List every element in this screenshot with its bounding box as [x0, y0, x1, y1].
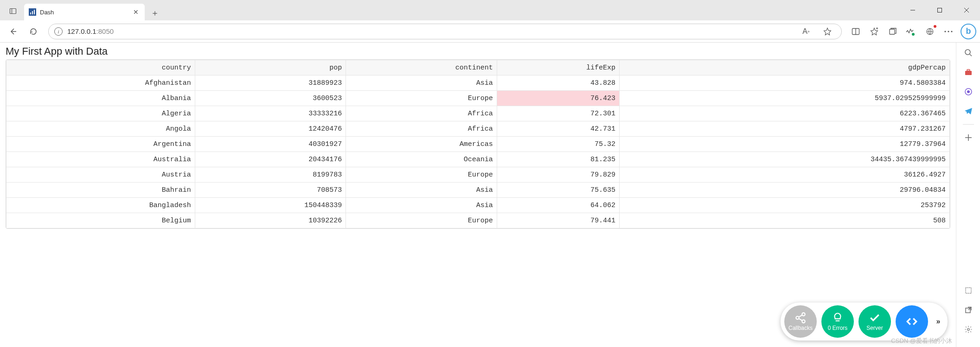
table-cell[interactable]: Albania: [6, 91, 195, 106]
column-header[interactable]: gdpPercap: [620, 60, 950, 76]
table-cell[interactable]: Africa: [346, 121, 497, 137]
server-button[interactable]: Server: [858, 305, 891, 338]
table-cell[interactable]: Afghanistan: [6, 76, 195, 91]
table-cell[interactable]: 4797.231267: [620, 121, 950, 137]
table-cell[interactable]: Belgium: [6, 213, 195, 228]
table-cell[interactable]: 34435.367439999995: [620, 152, 950, 167]
table-cell[interactable]: 8199783: [195, 167, 346, 183]
table-cell[interactable]: 20434176: [195, 152, 346, 167]
search-icon[interactable]: [962, 46, 975, 59]
table-cell[interactable]: 10392226: [195, 213, 346, 228]
code-button[interactable]: [896, 305, 928, 338]
table-cell[interactable]: 12779.37964: [620, 137, 950, 152]
collections-icon[interactable]: [884, 23, 901, 40]
table-cell[interactable]: Austria: [6, 167, 195, 183]
errors-button[interactable]: 0 Errors: [821, 305, 854, 338]
svg-line-34: [799, 315, 802, 317]
table-cell[interactable]: 12420476: [195, 121, 346, 137]
callbacks-button[interactable]: Callbacks: [784, 305, 817, 338]
window-controls: [899, 0, 980, 20]
settings-icon[interactable]: [962, 323, 975, 336]
column-header[interactable]: continent: [346, 60, 497, 76]
table-cell[interactable]: Argentina: [6, 137, 195, 152]
table-cell[interactable]: 5937.029525999999: [620, 91, 950, 106]
column-header[interactable]: country: [6, 60, 195, 76]
split-screen-icon[interactable]: [847, 23, 864, 40]
svg-rect-6: [938, 8, 942, 13]
table-cell[interactable]: 33333216: [195, 106, 346, 121]
bing-button[interactable]: b: [961, 24, 976, 39]
refresh-button[interactable]: [24, 22, 43, 41]
browser-toolbar: i 127.0.0.1:8050 A» b: [0, 20, 980, 43]
table-cell[interactable]: 3600523: [195, 91, 346, 106]
table-cell[interactable]: 75.635: [497, 183, 619, 198]
column-header[interactable]: pop: [195, 60, 346, 76]
table-cell[interactable]: 253792: [620, 198, 950, 213]
table-cell[interactable]: Australia: [6, 152, 195, 167]
table-cell[interactable]: 43.828: [497, 76, 619, 91]
url-text: 127.0.0.1:8050: [67, 27, 114, 35]
column-header[interactable]: lifeExp: [497, 60, 619, 76]
performance-icon[interactable]: [903, 23, 920, 40]
extension-icon[interactable]: [922, 23, 938, 40]
favorite-icon[interactable]: [819, 23, 836, 40]
back-button[interactable]: [4, 22, 22, 41]
table-cell[interactable]: 79.441: [497, 213, 619, 228]
favorites-icon[interactable]: [866, 23, 883, 40]
read-aloud-icon[interactable]: A»: [798, 23, 814, 40]
table-cell[interactable]: Bangladesh: [6, 198, 195, 213]
tab-actions-icon[interactable]: [4, 2, 22, 20]
table-row: Albania3600523Europe76.4235937.029525999…: [6, 91, 950, 106]
table-cell[interactable]: Oceania: [346, 152, 497, 167]
maximize-button[interactable]: [926, 0, 953, 20]
data-table[interactable]: countrypopcontinentlifeExpgdpPercap Afgh…: [6, 59, 950, 229]
table-cell[interactable]: 42.731: [497, 121, 619, 137]
table-cell[interactable]: 708573: [195, 183, 346, 198]
svg-line-35: [799, 319, 802, 321]
table-cell[interactable]: 40301927: [195, 137, 346, 152]
table-cell[interactable]: 31889923: [195, 76, 346, 91]
table-cell[interactable]: Asia: [346, 183, 497, 198]
table-cell[interactable]: 72.301: [497, 106, 619, 121]
table-cell[interactable]: Asia: [346, 198, 497, 213]
table-cell[interactable]: Algeria: [6, 106, 195, 121]
table-cell[interactable]: 974.5803384: [620, 76, 950, 91]
svg-point-18: [951, 31, 952, 32]
table-cell[interactable]: 81.235: [497, 152, 619, 167]
address-bar[interactable]: i 127.0.0.1:8050 A»: [48, 24, 842, 39]
collapse-debug-icon[interactable]: »: [933, 316, 944, 327]
table-cell[interactable]: 75.32: [497, 137, 619, 152]
svg-rect-22: [967, 69, 970, 71]
table-row: Angola12420476Africa42.7314797.231267: [6, 121, 950, 137]
crop-icon[interactable]: [962, 284, 975, 297]
new-tab-button[interactable]: ＋: [147, 6, 162, 20]
table-cell[interactable]: 508: [620, 213, 950, 228]
close-window-button[interactable]: [953, 0, 980, 20]
table-cell[interactable]: 64.062: [497, 198, 619, 213]
table-cell[interactable]: Bahrain: [6, 183, 195, 198]
table-cell[interactable]: 36126.4927: [620, 167, 950, 183]
browser-tab[interactable]: Dash ✕: [24, 4, 145, 20]
minimize-button[interactable]: [899, 0, 926, 20]
table-cell[interactable]: Africa: [346, 106, 497, 121]
table-cell[interactable]: 150448339: [195, 198, 346, 213]
external-icon[interactable]: [962, 303, 975, 316]
table-cell[interactable]: 29796.04834: [620, 183, 950, 198]
copilot-icon[interactable]: [962, 85, 975, 98]
table-cell[interactable]: Americas: [346, 137, 497, 152]
telegram-icon[interactable]: [962, 105, 975, 118]
table-cell[interactable]: 6223.367465: [620, 106, 950, 121]
table-cell[interactable]: 76.423: [497, 91, 619, 106]
table-cell[interactable]: Europe: [346, 91, 497, 106]
more-icon[interactable]: [940, 23, 957, 40]
site-info-icon[interactable]: i: [54, 27, 63, 36]
toolbox-icon[interactable]: [962, 66, 975, 79]
table-cell[interactable]: Asia: [346, 76, 497, 91]
svg-point-16: [944, 31, 946, 32]
table-cell[interactable]: Angola: [6, 121, 195, 137]
tab-close-icon[interactable]: ✕: [132, 8, 140, 16]
table-cell[interactable]: Europe: [346, 167, 497, 183]
add-icon[interactable]: [962, 131, 975, 144]
table-cell[interactable]: Europe: [346, 213, 497, 228]
table-cell[interactable]: 79.829: [497, 167, 619, 183]
